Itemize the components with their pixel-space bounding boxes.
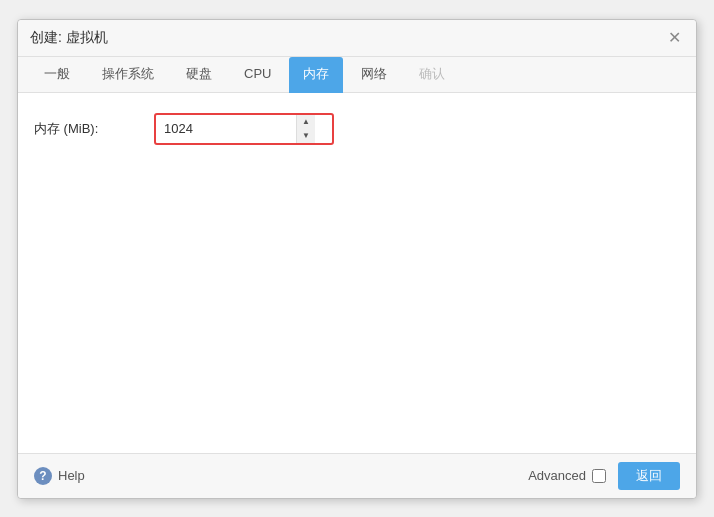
create-vm-dialog: 创建: 虚拟机 ✕ 一般 操作系统 硬盘 CPU 内存 网络 确认 内存 (Mi…	[17, 19, 697, 499]
advanced-label: Advanced	[528, 468, 606, 483]
help-icon: ?	[34, 467, 52, 485]
tab-confirm: 确认	[405, 57, 459, 93]
help-label: Help	[58, 468, 85, 483]
close-button[interactable]: ✕	[664, 28, 684, 48]
footer: ? Help Advanced 返回	[18, 453, 696, 498]
tab-general[interactable]: 一般	[30, 57, 84, 93]
memory-input[interactable]	[156, 117, 296, 140]
memory-increment-button[interactable]: ▲	[297, 115, 315, 129]
title-bar: 创建: 虚拟机 ✕	[18, 20, 696, 57]
tab-bar: 一般 操作系统 硬盘 CPU 内存 网络 确认	[18, 57, 696, 93]
back-button[interactable]: 返回	[618, 462, 680, 490]
footer-right: Advanced 返回	[528, 462, 680, 490]
memory-label: 内存 (MiB):	[34, 120, 154, 138]
content-area: 内存 (MiB): ▲ ▼	[18, 93, 696, 453]
memory-spinner: ▲ ▼	[296, 115, 315, 143]
dialog-title: 创建: 虚拟机	[30, 29, 108, 47]
memory-input-wrapper: ▲ ▼	[154, 113, 334, 145]
memory-row: 内存 (MiB): ▲ ▼	[34, 113, 680, 145]
advanced-text: Advanced	[528, 468, 586, 483]
tab-cpu[interactable]: CPU	[230, 58, 285, 91]
advanced-checkbox[interactable]	[592, 469, 606, 483]
tab-os[interactable]: 操作系统	[88, 57, 168, 93]
tab-network[interactable]: 网络	[347, 57, 401, 93]
tab-disk[interactable]: 硬盘	[172, 57, 226, 93]
help-button[interactable]: ? Help	[34, 467, 85, 485]
tab-memory[interactable]: 内存	[289, 57, 343, 93]
memory-decrement-button[interactable]: ▼	[297, 129, 315, 143]
